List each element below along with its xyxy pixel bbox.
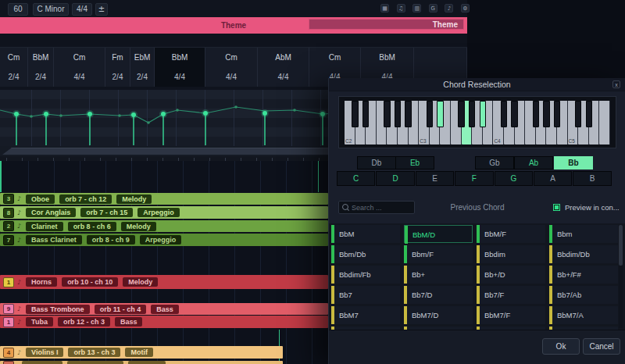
track-row[interactable]: 1♪Hornsorb 10 - ch 10Melody	[0, 275, 328, 289]
clef-icon[interactable]: G	[429, 4, 438, 12]
piano-black-key[interactable]	[427, 101, 433, 127]
chord-option[interactable]: BbM7/A	[549, 306, 618, 324]
curve-node[interactable]	[131, 112, 136, 117]
track-name-badge[interactable]: Clarinet	[26, 222, 63, 231]
chord-timeline-cell[interactable]: AbM4/4	[258, 48, 309, 87]
track-articulation-badge[interactable]	[128, 361, 166, 364]
search-input[interactable]	[338, 201, 415, 214]
track-number-badge[interactable]: 3	[3, 194, 14, 204]
track-patch-badge[interactable]: orb 11 - ch 4	[95, 305, 147, 314]
piano-black-key[interactable]	[586, 101, 592, 127]
track-articulation-badge[interactable]: Melody	[121, 222, 156, 231]
curve-node[interactable]	[203, 111, 208, 116]
curve-node[interactable]	[88, 112, 92, 116]
track-patch-badge[interactable]: orb 13 - ch 3	[68, 348, 120, 357]
piano-black-key[interactable]	[480, 101, 486, 127]
piano-black-key[interactable]	[437, 101, 443, 127]
track-number-badge[interactable]: 4	[3, 348, 14, 358]
note-button-b[interactable]: B	[573, 171, 611, 186]
curve-node[interactable]	[161, 112, 166, 116]
key-select[interactable]: C Minor	[33, 3, 69, 16]
track-articulation-badge[interactable]: Motif	[125, 348, 153, 357]
chord-option[interactable]: BbM/D	[404, 225, 473, 243]
tempo-field[interactable]: 60	[8, 3, 28, 16]
track-name-badge[interactable]: Violins I	[26, 348, 63, 357]
chord-option[interactable]: Bb7/F	[477, 286, 545, 304]
piano-black-key[interactable]	[405, 101, 411, 127]
previous-chord-button[interactable]: Previous Chord	[430, 201, 524, 214]
theme-section-bar[interactable]: Theme Theme	[0, 17, 467, 34]
piano-black-key[interactable]	[384, 101, 390, 127]
track-name-badge[interactable]: Horns	[26, 277, 57, 287]
chord-option[interactable]: Bbdim/Db	[549, 245, 618, 263]
track-row[interactable]: 8♪Cor Anglaisorb 7 - ch 15Arpeggio	[0, 206, 328, 219]
chord-option[interactable]: Bb+/F#	[549, 266, 618, 284]
chord-option[interactable]: Bb+	[404, 266, 473, 284]
chord-option[interactable]: Bb+/D	[477, 266, 545, 284]
chord-timeline-cell[interactable]: Cm4/4	[54, 48, 105, 87]
piano-black-key[interactable]	[458, 101, 464, 127]
settings-icon[interactable]: ⚙	[461, 4, 470, 12]
chord-option[interactable]: BbM7	[331, 306, 400, 324]
track-name-badge[interactable]: Bass Clarinet	[26, 235, 82, 244]
piano-black-key[interactable]	[511, 101, 517, 127]
note-button-a[interactable]: A	[534, 171, 572, 186]
track-patch-badge[interactable]	[67, 361, 123, 364]
curve-node[interactable]	[14, 112, 19, 116]
track-name-badge[interactable]: Oboe	[26, 194, 55, 204]
note-icon[interactable]: ♫	[397, 4, 405, 12]
track-number-badge[interactable]: 1	[3, 317, 14, 327]
track-articulation-badge[interactable]: Arpeggio	[140, 235, 182, 244]
chord-option[interactable]: BbM/F	[477, 225, 545, 243]
piano-black-key[interactable]	[395, 101, 401, 127]
piano-black-key[interactable]	[575, 101, 581, 127]
dialog-titlebar[interactable]: Chord Reselection x	[329, 78, 625, 91]
track-articulation-badge[interactable]: Bass	[151, 305, 179, 314]
chord-option[interactable]: Bb7/Ab	[549, 286, 618, 304]
note-button-c[interactable]: C	[337, 171, 375, 186]
track-patch-badge[interactable]: orb 7 - ch 12	[59, 194, 112, 204]
note-button-ab[interactable]: Ab	[514, 156, 553, 170]
chord-timeline-cell[interactable]: Cm2/4	[0, 48, 28, 87]
track-number-badge[interactable]: 7	[3, 235, 14, 245]
piano-black-key[interactable]	[362, 101, 369, 127]
note-button-gb[interactable]: Gb	[475, 156, 514, 170]
piano-black-key[interactable]	[352, 101, 358, 127]
chord-timeline-cell[interactable]: EbM2/4	[130, 48, 155, 87]
chord-timeline-cell[interactable]: Fm2/4	[105, 48, 130, 87]
chord-option[interactable]: Bbm/Db	[331, 245, 400, 263]
track-number-badge[interactable]	[3, 361, 14, 364]
track-name-badge[interactable]: Bass Trombone	[26, 305, 90, 314]
chord-option[interactable]: Bb7/D	[404, 286, 473, 304]
close-icon[interactable]: x	[612, 80, 620, 88]
piano-black-key[interactable]	[469, 101, 475, 127]
note-button-e[interactable]: E	[416, 171, 454, 186]
track-articulation-badge[interactable]: Arpeggio	[138, 208, 180, 217]
grid-scrollbar[interactable]	[619, 225, 623, 328]
chord-option[interactable]: BbM	[331, 225, 400, 243]
blocks-icon[interactable]: ▦	[380, 4, 389, 12]
note-button-eb[interactable]: Eb	[395, 156, 434, 170]
note-button-d[interactable]: D	[376, 171, 414, 186]
piano-black-key[interactable]	[543, 101, 549, 127]
chord-timeline-cell[interactable]: Cm4/4	[205, 48, 258, 87]
preview-checkbox[interactable]	[553, 204, 560, 211]
chord-timeline-cell[interactable]: BbM2/4	[28, 48, 54, 87]
theme-overlay-clip[interactable]: Theme	[309, 19, 464, 30]
track-row[interactable]: 9♪Bass Tromboneorb 11 - ch 4Bass	[0, 303, 328, 315]
curve-node[interactable]	[262, 111, 267, 116]
chord-option[interactable]: Bb7	[331, 286, 400, 304]
track-patch-badge[interactable]: orb 7 - ch 15	[80, 208, 133, 217]
tension-curve[interactable]	[0, 90, 336, 146]
piano-black-key[interactable]	[554, 101, 560, 127]
grid-scrollbar-thumb[interactable]	[619, 225, 623, 266]
track-articulation-badge[interactable]: Bass	[115, 317, 143, 327]
piano-black-key[interactable]	[501, 101, 507, 127]
melody-icon[interactable]: ♪	[445, 4, 453, 12]
time-signature-field[interactable]: 4/4	[72, 3, 92, 16]
ok-button[interactable]: Ok	[542, 338, 580, 355]
piano-white-key[interactable]	[599, 101, 610, 145]
track-row[interactable]: 2♪Clarinetorb 8 - ch 6Melody	[0, 220, 328, 232]
track-row-partial[interactable]	[0, 361, 283, 364]
track-patch-badge[interactable]: orb 12 - ch 3	[58, 317, 110, 327]
